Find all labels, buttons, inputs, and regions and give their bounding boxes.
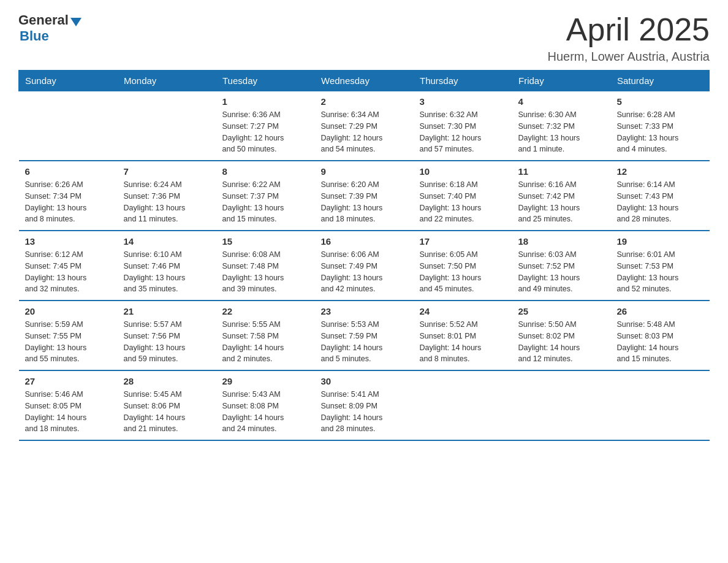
calendar-cell: 27Sunrise: 5:46 AMSunset: 8:05 PMDayligh… <box>19 370 118 440</box>
day-info: Sunrise: 6:01 AMSunset: 7:53 PMDaylight:… <box>617 249 703 295</box>
day-number: 21 <box>124 306 210 316</box>
calendar-cell: 14Sunrise: 6:10 AMSunset: 7:46 PMDayligh… <box>118 231 216 301</box>
day-number: 23 <box>321 306 408 316</box>
calendar-cell: 28Sunrise: 5:45 AMSunset: 8:06 PMDayligh… <box>118 370 216 440</box>
calendar-cell: 6Sunrise: 6:26 AMSunset: 7:34 PMDaylight… <box>19 161 118 231</box>
day-number: 18 <box>518 236 605 247</box>
day-info: Sunrise: 6:30 AMSunset: 7:32 PMDaylight:… <box>518 109 605 155</box>
day-number: 8 <box>222 166 309 177</box>
calendar-table: Sunday Monday Tuesday Wednesday Thursday… <box>18 70 710 441</box>
header-thursday: Thursday <box>414 71 512 91</box>
day-info: Sunrise: 6:22 AMSunset: 7:37 PMDaylight:… <box>222 179 309 225</box>
day-info: Sunrise: 5:41 AMSunset: 8:09 PMDaylight:… <box>321 389 408 435</box>
day-info: Sunrise: 5:52 AMSunset: 8:01 PMDaylight:… <box>420 319 506 365</box>
calendar-week-row: 13Sunrise: 6:12 AMSunset: 7:45 PMDayligh… <box>19 231 710 301</box>
day-number: 16 <box>321 236 408 247</box>
calendar-cell: 4Sunrise: 6:30 AMSunset: 7:32 PMDaylight… <box>512 91 611 161</box>
calendar-cell: 17Sunrise: 6:05 AMSunset: 7:50 PMDayligh… <box>414 231 512 301</box>
day-number: 3 <box>420 96 506 107</box>
calendar-cell: 24Sunrise: 5:52 AMSunset: 8:01 PMDayligh… <box>414 301 512 370</box>
logo-general-text: General <box>18 12 69 28</box>
day-number: 7 <box>124 166 210 177</box>
day-number: 29 <box>222 376 309 386</box>
logo-triangle-icon <box>70 18 82 26</box>
day-number: 12 <box>617 166 703 177</box>
day-info: Sunrise: 6:26 AMSunset: 7:34 PMDaylight:… <box>25 179 112 225</box>
calendar-cell <box>414 370 512 440</box>
calendar-cell: 19Sunrise: 6:01 AMSunset: 7:53 PMDayligh… <box>611 231 710 301</box>
header-monday: Monday <box>118 71 216 91</box>
calendar-cell: 30Sunrise: 5:41 AMSunset: 8:09 PMDayligh… <box>315 370 414 440</box>
calendar-cell: 3Sunrise: 6:32 AMSunset: 7:30 PMDaylight… <box>414 91 512 161</box>
day-info: Sunrise: 6:16 AMSunset: 7:42 PMDaylight:… <box>518 179 605 225</box>
day-number: 10 <box>420 166 506 177</box>
calendar-cell: 11Sunrise: 6:16 AMSunset: 7:42 PMDayligh… <box>512 161 611 231</box>
location-subtitle: Huerm, Lower Austria, Austria <box>547 50 710 64</box>
day-number: 2 <box>321 96 408 107</box>
header-friday: Friday <box>512 71 611 91</box>
day-info: Sunrise: 6:10 AMSunset: 7:46 PMDaylight:… <box>124 249 210 295</box>
calendar-body: 1Sunrise: 6:36 AMSunset: 7:27 PMDaylight… <box>19 91 710 441</box>
calendar-cell: 9Sunrise: 6:20 AMSunset: 7:39 PMDaylight… <box>315 161 414 231</box>
day-info: Sunrise: 5:50 AMSunset: 8:02 PMDaylight:… <box>518 319 605 365</box>
day-info: Sunrise: 6:36 AMSunset: 7:27 PMDaylight:… <box>222 109 309 155</box>
calendar-cell: 15Sunrise: 6:08 AMSunset: 7:48 PMDayligh… <box>216 231 315 301</box>
day-number: 11 <box>518 166 605 177</box>
day-number: 19 <box>617 236 703 247</box>
calendar-cell: 25Sunrise: 5:50 AMSunset: 8:02 PMDayligh… <box>512 301 611 370</box>
calendar-week-row: 6Sunrise: 6:26 AMSunset: 7:34 PMDaylight… <box>19 161 710 231</box>
day-number: 14 <box>124 236 210 247</box>
day-number: 22 <box>222 306 309 316</box>
calendar-cell: 18Sunrise: 6:03 AMSunset: 7:52 PMDayligh… <box>512 231 611 301</box>
day-info: Sunrise: 5:45 AMSunset: 8:06 PMDaylight:… <box>124 389 210 435</box>
page-header: General Blue April 2025 Huerm, Lower Aus… <box>18 12 710 64</box>
calendar-cell: 16Sunrise: 6:06 AMSunset: 7:49 PMDayligh… <box>315 231 414 301</box>
day-number: 6 <box>25 166 112 177</box>
day-number: 24 <box>420 306 506 316</box>
day-number: 25 <box>518 306 605 316</box>
day-info: Sunrise: 5:43 AMSunset: 8:08 PMDaylight:… <box>222 389 309 435</box>
day-number: 28 <box>124 376 210 386</box>
day-number: 13 <box>25 236 112 247</box>
title-block: April 2025 Huerm, Lower Austria, Austria <box>547 12 710 64</box>
calendar-cell: 7Sunrise: 6:24 AMSunset: 7:36 PMDaylight… <box>118 161 216 231</box>
calendar-cell: 12Sunrise: 6:14 AMSunset: 7:43 PMDayligh… <box>611 161 710 231</box>
calendar-week-row: 1Sunrise: 6:36 AMSunset: 7:27 PMDaylight… <box>19 91 710 161</box>
day-info: Sunrise: 6:20 AMSunset: 7:39 PMDaylight:… <box>321 179 408 225</box>
day-info: Sunrise: 6:03 AMSunset: 7:52 PMDaylight:… <box>518 249 605 295</box>
day-info: Sunrise: 5:55 AMSunset: 7:58 PMDaylight:… <box>222 319 309 365</box>
day-info: Sunrise: 6:34 AMSunset: 7:29 PMDaylight:… <box>321 109 408 155</box>
day-info: Sunrise: 6:18 AMSunset: 7:40 PMDaylight:… <box>420 179 506 225</box>
day-number: 30 <box>321 376 408 386</box>
calendar-cell <box>512 370 611 440</box>
calendar-cell: 26Sunrise: 5:48 AMSunset: 8:03 PMDayligh… <box>611 301 710 370</box>
day-info: Sunrise: 6:06 AMSunset: 7:49 PMDaylight:… <box>321 249 408 295</box>
calendar-cell: 1Sunrise: 6:36 AMSunset: 7:27 PMDaylight… <box>216 91 315 161</box>
calendar-week-row: 20Sunrise: 5:59 AMSunset: 7:55 PMDayligh… <box>19 301 710 370</box>
day-number: 1 <box>222 96 309 107</box>
calendar-cell: 21Sunrise: 5:57 AMSunset: 7:56 PMDayligh… <box>118 301 216 370</box>
header-saturday: Saturday <box>611 71 710 91</box>
logo-blue-text: Blue <box>20 28 49 44</box>
calendar-cell: 23Sunrise: 5:53 AMSunset: 7:59 PMDayligh… <box>315 301 414 370</box>
calendar-header: Sunday Monday Tuesday Wednesday Thursday… <box>19 71 710 91</box>
day-number: 15 <box>222 236 309 247</box>
day-info: Sunrise: 6:14 AMSunset: 7:43 PMDaylight:… <box>617 179 703 225</box>
calendar-cell: 29Sunrise: 5:43 AMSunset: 8:08 PMDayligh… <box>216 370 315 440</box>
day-number: 4 <box>518 96 605 107</box>
day-number: 27 <box>25 376 112 386</box>
day-info: Sunrise: 6:12 AMSunset: 7:45 PMDaylight:… <box>25 249 112 295</box>
day-info: Sunrise: 6:32 AMSunset: 7:30 PMDaylight:… <box>420 109 506 155</box>
month-title: April 2025 <box>547 12 710 47</box>
day-info: Sunrise: 5:46 AMSunset: 8:05 PMDaylight:… <box>25 389 112 435</box>
day-info: Sunrise: 6:28 AMSunset: 7:33 PMDaylight:… <box>617 109 703 155</box>
header-sunday: Sunday <box>19 71 118 91</box>
calendar-cell: 5Sunrise: 6:28 AMSunset: 7:33 PMDaylight… <box>611 91 710 161</box>
day-info: Sunrise: 5:57 AMSunset: 7:56 PMDaylight:… <box>124 319 210 365</box>
day-info: Sunrise: 6:08 AMSunset: 7:48 PMDaylight:… <box>222 249 309 295</box>
logo: General Blue <box>18 12 82 44</box>
day-number: 26 <box>617 306 703 316</box>
day-info: Sunrise: 5:48 AMSunset: 8:03 PMDaylight:… <box>617 319 703 365</box>
day-number: 9 <box>321 166 408 177</box>
day-info: Sunrise: 6:05 AMSunset: 7:50 PMDaylight:… <box>420 249 506 295</box>
